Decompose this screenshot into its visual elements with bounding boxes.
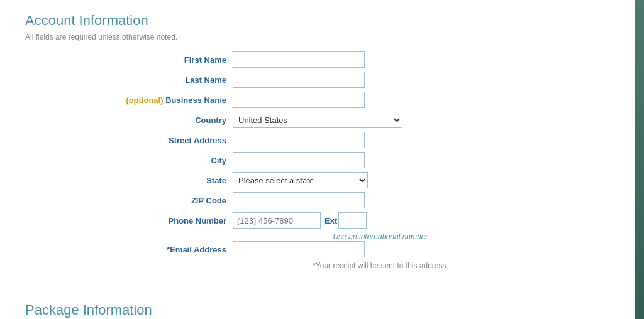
last-name-input[interactable] xyxy=(233,72,365,88)
business-name-input[interactable] xyxy=(233,92,365,108)
city-row: City xyxy=(25,152,610,168)
phone-number-label: Phone Number xyxy=(25,216,233,225)
first-name-row: First Name xyxy=(25,51,610,68)
country-select[interactable]: United States Canada United Kingdom Aust… xyxy=(233,112,402,128)
last-name-row: Last Name xyxy=(25,72,610,88)
receipt-note: *Your receipt will be sent to this addre… xyxy=(151,261,610,270)
street-address-label: Street Address xyxy=(25,136,233,145)
first-name-label: First Name xyxy=(25,55,233,65)
package-information-section: Package Information Account Plan Basic 3… xyxy=(25,302,610,319)
state-label: State xyxy=(25,176,233,185)
state-row: State Please select a state Alabama Alas… xyxy=(25,172,610,188)
phone-number-row: Phone Number Ext xyxy=(25,212,610,229)
section-divider xyxy=(25,289,610,289)
city-label: City xyxy=(25,156,233,165)
email-input[interactable] xyxy=(233,241,365,257)
form-subtitle: All fields are required unless otherwise… xyxy=(25,33,610,41)
city-input[interactable] xyxy=(233,152,365,168)
first-name-input[interactable] xyxy=(233,51,365,68)
sidebar xyxy=(635,0,644,319)
package-info-heading: Package Information xyxy=(25,302,610,318)
ext-label: Ext xyxy=(325,216,337,225)
international-note: Use an international number xyxy=(333,232,428,241)
state-select[interactable]: Please select a state Alabama Alaska Ari… xyxy=(233,172,368,188)
account-information-section: Account Information All fields are requi… xyxy=(25,13,610,270)
street-address-input[interactable] xyxy=(233,132,365,148)
zip-code-label: ZIP Code xyxy=(25,196,233,205)
email-row: *Email Address xyxy=(25,241,610,257)
email-label-text: Email Address xyxy=(170,245,226,254)
street-address-row: Street Address xyxy=(25,132,610,148)
last-name-label: Last Name xyxy=(25,75,233,85)
business-name-label: (optional) Business Name xyxy=(25,95,233,105)
optional-text: (optional) xyxy=(126,95,163,105)
email-label: *Email Address xyxy=(25,245,233,254)
zip-code-input[interactable] xyxy=(233,192,365,208)
international-note-row: Use an international number xyxy=(151,232,610,241)
business-name-text: Business Name xyxy=(165,95,226,105)
ext-input[interactable] xyxy=(338,212,367,229)
country-row: Country United States Canada United King… xyxy=(25,112,610,128)
country-label: Country xyxy=(25,116,233,125)
account-info-heading: Account Information xyxy=(25,13,610,29)
business-name-row: (optional) Business Name xyxy=(25,92,610,108)
zip-code-row: ZIP Code xyxy=(25,192,610,208)
phone-number-input[interactable] xyxy=(233,212,321,229)
